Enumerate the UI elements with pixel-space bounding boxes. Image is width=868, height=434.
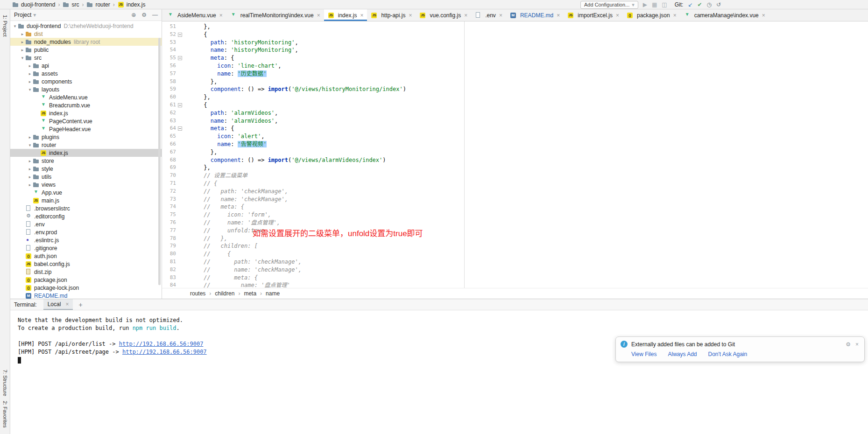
code-line[interactable]: 73 // name: 'checkManage',	[162, 196, 868, 203]
fold-marker-icon[interactable]	[178, 103, 182, 107]
locate-icon[interactable]: ⊕	[131, 10, 136, 20]
tree-item[interactable]: PageHeader.vue	[10, 125, 162, 133]
git-commit-icon[interactable]: ✔	[697, 0, 702, 9]
gear-icon[interactable]: ⚙	[141, 10, 147, 20]
close-icon[interactable]: ×	[317, 12, 320, 19]
editor-tab[interactable]: realTimeMonitoring\index.vue ×	[226, 9, 324, 21]
editor-tab[interactable]: AsideMenu.vue ×	[163, 9, 226, 21]
tree-item[interactable]: index.js	[10, 109, 162, 117]
code-line[interactable]: 83 // meta: {	[162, 274, 868, 282]
fold-marker-icon[interactable]	[178, 166, 182, 170]
tree-item[interactable]: .env	[10, 220, 162, 228]
tree-item[interactable]: components	[10, 77, 162, 85]
fold-marker-icon[interactable]	[178, 174, 182, 178]
breadcrumb-item[interactable]: index.js	[118, 1, 146, 8]
chevron-icon[interactable]	[27, 71, 33, 76]
chevron-icon[interactable]	[27, 167, 33, 171]
chevron-icon[interactable]	[20, 32, 25, 36]
tree-item[interactable]: package-lock.json	[10, 284, 162, 292]
notification-action-link[interactable]: Always Add	[668, 351, 697, 357]
fold-marker-icon[interactable]	[178, 142, 182, 147]
tree-item[interactable]: dist	[10, 30, 162, 38]
chevron-icon[interactable]	[27, 143, 33, 147]
chevron-icon[interactable]	[27, 63, 33, 68]
close-icon[interactable]: ×	[65, 301, 69, 308]
chevron-icon[interactable]	[27, 159, 33, 163]
fold-marker-icon[interactable]	[178, 221, 182, 225]
code-line[interactable]: 54 name: 'historyMonitoring',	[162, 46, 868, 54]
code-line[interactable]: 65 icon: 'alert',	[162, 133, 868, 140]
fold-marker-icon[interactable]	[178, 48, 182, 52]
chevron-icon[interactable]	[27, 87, 33, 92]
gear-icon[interactable]: ⚙	[846, 341, 851, 348]
tree-item[interactable]: package.json	[10, 276, 162, 284]
terminal-tab-local[interactable]: Local ×	[43, 299, 73, 310]
code-line[interactable]: 55 meta: {	[162, 54, 868, 62]
code-line[interactable]: 75 // icon: 'form',	[162, 211, 868, 219]
tree-item[interactable]: duoji-frontend D:\zheheWeb\duoji-fronten…	[10, 22, 162, 30]
tree-item[interactable]: style	[10, 165, 162, 173]
terminal-token[interactable]: http://192.168.66.56:9007	[122, 349, 207, 355]
code-line[interactable]: 76 // name: '盘点管理',	[162, 219, 868, 227]
tree-item[interactable]: README.md	[10, 292, 162, 299]
tree-item[interactable]: main.js	[10, 196, 162, 204]
code-line[interactable]: 52 {	[162, 31, 868, 39]
fold-marker-icon[interactable]	[178, 150, 182, 154]
breadcrumb-item[interactable]: children	[215, 290, 244, 297]
code-line[interactable]: 68 component: () => import('@/views/alar…	[162, 156, 868, 164]
hide-panel-icon[interactable]: —	[152, 10, 158, 20]
tree-item[interactable]: api	[10, 62, 162, 70]
editor-tab[interactable]: importExcel.js ×	[564, 9, 623, 21]
tree-item[interactable]: store	[10, 157, 162, 165]
code-line[interactable]: 82 // name: 'checkManage',	[162, 266, 868, 274]
terminal-token[interactable]: http://192.168.66.56:9007	[119, 341, 204, 347]
code-line[interactable]: 60 },	[162, 93, 868, 101]
fold-marker-icon[interactable]	[178, 134, 182, 139]
editor-tab[interactable]: cameraManage\index.vue ×	[680, 9, 769, 21]
fold-marker-icon[interactable]	[178, 119, 182, 123]
breadcrumb-item[interactable]: src	[63, 1, 86, 8]
code-line[interactable]: 81 // path: 'checkManage',	[162, 258, 868, 266]
chevron-icon[interactable]	[12, 24, 18, 28]
tree-item[interactable]: App.vue	[10, 189, 162, 196]
fold-marker-icon[interactable]	[178, 95, 182, 99]
code-line[interactable]: 72 // path: 'checkManage',	[162, 188, 868, 196]
code-line[interactable]: 53 path: 'historyMonitoring',	[162, 39, 868, 47]
code-line[interactable]: 74 // meta: {	[162, 203, 868, 211]
close-icon[interactable]: ×	[673, 12, 677, 19]
tree-item[interactable]: PageContent.vue	[10, 117, 162, 125]
close-icon[interactable]: ×	[409, 12, 412, 19]
chevron-icon[interactable]	[27, 135, 33, 140]
chevron-down-icon[interactable]: ▾	[33, 12, 36, 18]
fold-marker-icon[interactable]	[178, 80, 182, 84]
fold-marker-icon[interactable]	[178, 25, 182, 29]
fold-marker-icon[interactable]	[178, 229, 182, 233]
editor-tab[interactable]: vue.config.js ×	[416, 9, 471, 21]
code-line[interactable]: 51 },	[162, 23, 868, 31]
add-configuration-button[interactable]: Add Configuration... ▾	[580, 1, 638, 9]
fold-marker-icon[interactable]	[178, 252, 182, 256]
tree-item[interactable]: auth.json	[10, 252, 162, 260]
tree-item[interactable]: .env.prod	[10, 228, 162, 236]
fold-marker-icon[interactable]	[178, 189, 182, 194]
fold-marker-icon[interactable]	[178, 260, 182, 264]
fold-marker-icon[interactable]	[178, 56, 182, 60]
code-line[interactable]: 66 name: '告警视频'	[162, 140, 868, 148]
tree-item[interactable]: node_modules library root	[10, 38, 162, 46]
fold-marker-icon[interactable]	[178, 268, 182, 272]
breadcrumb-item[interactable]: duoji-frontend	[12, 1, 63, 8]
code-line[interactable]: 69 },	[162, 164, 868, 172]
git-rollback-icon[interactable]: ↺	[716, 0, 721, 9]
project-scrollbar[interactable]	[158, 38, 161, 285]
code-line[interactable]: 63 name: 'alarmVideos',	[162, 117, 868, 125]
fold-marker-icon[interactable]	[178, 33, 182, 37]
tool-window-button[interactable]: 2: Favorites	[2, 401, 8, 427]
editor-tab[interactable]: index.js ×	[324, 9, 367, 21]
code-line[interactable]: 71 // {	[162, 180, 868, 188]
breadcrumb-item[interactable]: router	[86, 1, 117, 8]
code-line[interactable]: 62 path: 'alarmVideos',	[162, 109, 868, 117]
tree-item[interactable]: index.js	[10, 149, 162, 157]
close-icon[interactable]: ×	[557, 12, 560, 19]
fold-marker-icon[interactable]	[178, 111, 182, 115]
tree-item[interactable]: utils	[10, 173, 162, 181]
